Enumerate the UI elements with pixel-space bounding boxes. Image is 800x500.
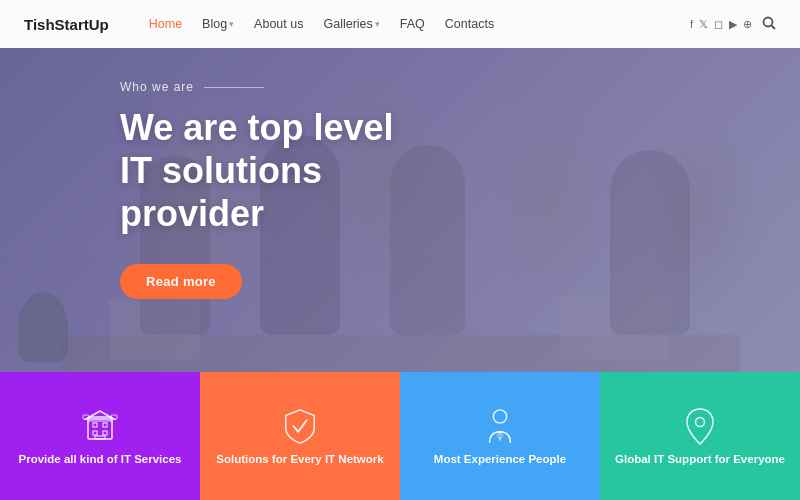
card-experience-label: Most Experience People [434,452,566,467]
hero-title: We are top level IT solutions provider [120,106,393,236]
card-support[interactable]: Global IT Support for Everyone [600,372,800,500]
svg-marker-9 [86,411,114,419]
nav-label-faq: FAQ [400,17,425,31]
svg-rect-6 [103,431,107,435]
hero-title-line1: We are top level [120,107,393,148]
facebook-icon[interactable]: f [690,18,693,30]
search-icon[interactable] [762,16,776,33]
navbar-social: f 𝕏 ◻ ▶ ⊕ [690,18,752,31]
who-we-are-label: Who we are [120,80,194,94]
nav-label-home: Home [149,17,182,31]
nav-label-galleries: Galleries [323,17,372,31]
svg-line-1 [772,25,776,29]
building-icon [80,406,120,446]
blog-chevron-icon: ▾ [229,19,234,29]
svg-point-0 [764,17,773,26]
instagram-icon[interactable]: ◻ [714,18,723,31]
nav-label-contacts: Contacts [445,17,494,31]
navbar-logo[interactable]: TishStartUp [24,16,109,33]
read-more-button[interactable]: Read more [120,264,242,299]
card-network-label: Solutions for Every IT Network [216,452,383,467]
svg-point-12 [493,409,506,422]
svg-rect-4 [103,423,107,427]
card-experience[interactable]: Most Experience People [400,372,600,500]
hero-title-line2: IT solutions [120,150,322,191]
location-icon [680,406,720,446]
nav-item-galleries[interactable]: Galleries ▾ [323,17,379,31]
svg-rect-8 [95,436,105,439]
card-network[interactable]: Solutions for Every IT Network [200,372,400,500]
person-icon [480,406,520,446]
card-it-services-label: Provide all kind of IT Services [19,452,182,467]
nav-item-faq[interactable]: FAQ [400,17,425,31]
youtube-icon[interactable]: ▶ [729,18,737,31]
nav-item-contacts[interactable]: Contacts [445,17,494,31]
card-support-label: Global IT Support for Everyone [615,452,785,467]
svg-rect-3 [93,423,97,427]
navbar: TishStartUp Home Blog ▾ About us Galleri… [0,0,800,48]
svg-point-15 [696,417,705,426]
twitter-icon[interactable]: 𝕏 [699,18,708,31]
cards-row: Provide all kind of IT Services Solution… [0,372,800,500]
pinterest-icon[interactable]: ⊕ [743,18,752,31]
navbar-nav: Home Blog ▾ About us Galleries ▾ FAQ Con… [149,17,674,31]
nav-item-blog[interactable]: Blog ▾ [202,17,234,31]
card-it-services[interactable]: Provide all kind of IT Services [0,372,200,500]
shield-icon [280,406,320,446]
nav-item-about[interactable]: About us [254,17,303,31]
nav-label-blog: Blog [202,17,227,31]
hero-title-line3: provider [120,193,264,234]
hero-section: Who we are We are top level IT solutions… [0,0,800,390]
nav-label-about: About us [254,17,303,31]
svg-rect-5 [93,431,97,435]
hero-content: Who we are We are top level IT solutions… [120,80,393,299]
nav-item-home[interactable]: Home [149,17,182,31]
who-we-are-line [204,87,264,88]
hero-who-we-are: Who we are [120,80,393,94]
galleries-chevron-icon: ▾ [375,19,380,29]
